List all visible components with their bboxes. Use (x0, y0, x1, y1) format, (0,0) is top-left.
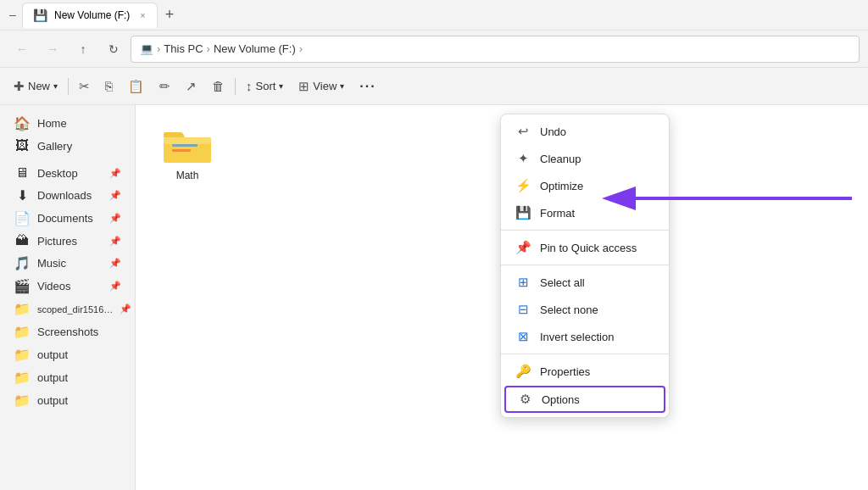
menu-label-invert: Invert selection (540, 331, 614, 343)
view-button[interactable]: ⊞ View ▾ (292, 73, 351, 100)
menu-item-cleanup[interactable]: ✦ Cleanup (501, 145, 669, 172)
share-button[interactable]: ↗ (179, 73, 203, 100)
menu-item-options[interactable]: ⚙ Options (504, 386, 665, 413)
more-button[interactable]: ··· (353, 73, 382, 100)
optimize-icon: ⚡ (515, 178, 531, 193)
menu-item-optimize[interactable]: ⚡ Optimize (501, 172, 669, 199)
menu-sep-1 (501, 230, 669, 231)
videos-icon: 🎬 (14, 278, 31, 294)
sidebar-label-home: Home (37, 117, 67, 130)
paste-button[interactable]: 📋 (121, 73, 151, 100)
menu-item-select-none[interactable]: ⊟ Select none (501, 296, 669, 323)
menu-item-invert[interactable]: ⊠ Invert selection (501, 323, 669, 350)
pin-icon-downloads: 📌 (109, 190, 121, 201)
new-icon: ✚ (14, 79, 25, 94)
separator-1 (68, 78, 69, 95)
menu-item-pin[interactable]: 📌 Pin to Quick access (501, 234, 669, 261)
delete-button[interactable]: 🗑 (205, 73, 231, 100)
downloads-icon: ⬇ (14, 187, 31, 203)
menu-label-undo: Undo (540, 125, 566, 138)
sidebar-item-output3[interactable]: 📁 output (3, 389, 131, 412)
sort-button[interactable]: ↕ Sort ▾ (239, 73, 290, 100)
sidebar-item-videos[interactable]: 🎬 Videos 📌 (3, 275, 131, 298)
sidebar-item-scoped[interactable]: 📁 scoped_dir1516… 📌 (3, 298, 131, 320)
folder-icon-math (162, 125, 213, 166)
pin-icon-documents: 📌 (109, 213, 121, 224)
sidebar-label-pictures: Pictures (37, 235, 77, 248)
forward-button[interactable]: → (39, 36, 66, 63)
minimize-button[interactable]: ─ (7, 9, 19, 21)
sidebar-label-gallery: Gallery (37, 140, 72, 153)
output3-icon: 📁 (14, 393, 31, 409)
share-icon: ↗ (186, 79, 197, 94)
view-chevron: ▾ (340, 81, 344, 91)
delete-icon: 🗑 (212, 79, 225, 93)
tab-icon: 💾 (33, 8, 47, 22)
pin-icon-music: 📌 (109, 258, 121, 269)
sidebar-item-home[interactable]: 🏠 Home (3, 112, 131, 135)
back-button[interactable]: ← (8, 36, 36, 63)
cut-button[interactable]: ✂ (72, 73, 97, 100)
separator-2 (235, 78, 236, 95)
breadcrumb-this-pc[interactable]: This PC (164, 42, 203, 55)
sort-label: Sort (256, 80, 276, 92)
sidebar-item-output1[interactable]: 📁 output (3, 343, 131, 366)
refresh-button[interactable]: ↻ (100, 36, 127, 63)
menu-label-options: Options (542, 393, 580, 406)
breadcrumb-new-volume[interactable]: New Volume (F:) (214, 42, 296, 55)
pin-icon-pictures: 📌 (109, 236, 121, 247)
breadcrumb-bar[interactable]: 💻 › This PC › New Volume (F:) › (131, 36, 860, 63)
sidebar-item-desktop[interactable]: 🖥 Desktop 📌 (3, 162, 131, 184)
gallery-icon: 🖼 (14, 138, 31, 153)
pin-icon-scoped: 📌 (120, 303, 131, 315)
menu-label-select-none: Select none (540, 303, 598, 316)
select-all-icon: ⊞ (515, 275, 531, 290)
menu-sep-3 (501, 354, 669, 354)
sidebar-item-output2[interactable]: 📁 output (3, 366, 131, 389)
invert-icon: ⊠ (515, 329, 531, 344)
svg-rect-4 (164, 137, 211, 144)
pin-icon: 📌 (515, 240, 531, 255)
more-icon: ··· (359, 79, 376, 94)
view-icon: ⊞ (298, 79, 309, 94)
file-label-math: Math (176, 170, 199, 181)
properties-icon: 🔑 (515, 364, 531, 379)
rename-button[interactable]: ✏ (153, 73, 177, 100)
file-item-math[interactable]: Math (149, 119, 225, 188)
menu-label-optimize: Optimize (540, 180, 583, 192)
new-tab-button[interactable]: + (158, 3, 181, 27)
toolbar: ✚ New ▾ ✂ ⎘ 📋 ✏ ↗ 🗑 ↕ Sort ▾ ⊞ View ▾ ··… (0, 68, 868, 105)
computer-icon: 💻 (140, 42, 153, 55)
sidebar-item-documents[interactable]: 📄 Documents 📌 (3, 207, 131, 230)
new-chevron: ▾ (53, 81, 58, 91)
select-none-icon: ⊟ (515, 302, 531, 317)
svg-rect-3 (172, 149, 191, 152)
sidebar-label-videos: Videos (37, 280, 71, 292)
sidebar-item-pictures[interactable]: 🏔 Pictures 📌 (3, 230, 131, 252)
menu-item-undo[interactable]: ↩ Undo (501, 118, 669, 145)
screenshots-icon: 📁 (14, 324, 31, 340)
sidebar-label-output3: output (37, 394, 68, 407)
window-controls[interactable]: ─ (7, 9, 19, 21)
sidebar-item-downloads[interactable]: ⬇ Downloads 📌 (3, 184, 131, 207)
sidebar-item-music[interactable]: 🎵 Music 📌 (3, 252, 131, 275)
sidebar-label-output1: output (37, 348, 68, 361)
new-button[interactable]: ✚ New ▾ (7, 73, 64, 100)
menu-item-format[interactable]: 💾 Format (501, 199, 669, 226)
copy-button[interactable]: ⎘ (98, 73, 120, 100)
output2-icon: 📁 (14, 370, 31, 386)
undo-icon: ↩ (515, 124, 531, 139)
view-label: View (313, 80, 337, 92)
sidebar-item-screenshots[interactable]: 📁 Screenshots (3, 320, 131, 343)
active-tab[interactable]: 💾 New Volume (F:) × (22, 3, 158, 28)
tab-close-button[interactable]: × (140, 10, 145, 20)
sidebar-label-output2: output (37, 371, 68, 384)
main-content: 🏠 Home 🖼 Gallery 🖥 Desktop 📌 ⬇ Downloads… (0, 105, 868, 490)
menu-item-select-all[interactable]: ⊞ Select all (501, 269, 669, 296)
address-bar: ← → ↑ ↻ 💻 › This PC › New Volume (F:) › (0, 31, 868, 68)
sidebar-item-gallery[interactable]: 🖼 Gallery (3, 135, 131, 157)
menu-sep-2 (501, 264, 669, 265)
up-button[interactable]: ↑ (70, 36, 97, 63)
new-label: New (28, 80, 50, 92)
menu-item-properties[interactable]: 🔑 Properties (501, 358, 669, 385)
